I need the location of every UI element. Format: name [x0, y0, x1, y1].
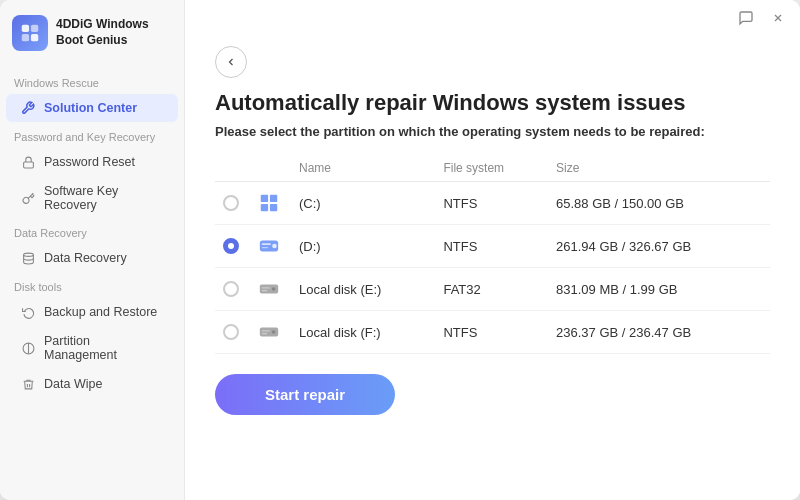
row-select[interactable]: [215, 311, 247, 354]
backup-icon: [20, 304, 36, 320]
row-size: 65.88 GB / 150.00 GB: [548, 182, 770, 225]
titlebar: [185, 0, 800, 36]
section-windows-rescue: Windows Rescue: [0, 69, 184, 93]
close-button[interactable]: [766, 6, 790, 30]
col-select: [215, 155, 247, 182]
page-subtitle: Please select the partition on which the…: [215, 124, 770, 139]
start-repair-button[interactable]: Start repair: [215, 374, 395, 415]
row-disk-icon: [247, 268, 291, 311]
table-row[interactable]: Local disk (E:) FAT32 831.09 MB / 1.99 G…: [215, 268, 770, 311]
row-size: 261.94 GB / 326.67 GB: [548, 225, 770, 268]
sidebar-item-data-recovery[interactable]: Data Recovery: [6, 244, 178, 272]
lock-icon: [20, 154, 36, 170]
svg-rect-3: [31, 34, 38, 41]
table-row[interactable]: Local disk (F:) NTFS 236.37 GB / 236.47 …: [215, 311, 770, 354]
row-select[interactable]: [215, 182, 247, 225]
content-area: Automatically repair Windows system issu…: [185, 36, 800, 500]
svg-rect-0: [22, 25, 29, 32]
radio-button[interactable]: [223, 324, 239, 340]
row-disk-icon: [247, 311, 291, 354]
sidebar-item-partition-management[interactable]: Partition Management: [6, 328, 178, 368]
logo-icon: [12, 15, 48, 51]
svg-point-15: [272, 244, 277, 249]
sidebar-item-label: Password Reset: [44, 155, 135, 169]
main-content: Automatically repair Windows system issu…: [185, 0, 800, 500]
sidebar-item-software-key-recovery[interactable]: Software Key Recovery: [6, 178, 178, 218]
row-disk-icon: [247, 225, 291, 268]
row-filesystem: NTFS: [435, 225, 548, 268]
back-button[interactable]: [215, 46, 247, 78]
svg-rect-20: [262, 287, 270, 288]
svg-rect-2: [22, 34, 29, 41]
sidebar-item-solution-center[interactable]: Solution Center: [6, 94, 178, 122]
section-password-recovery: Password and Key Recovery: [0, 123, 184, 147]
logo-text: 4DDiG Windows Boot Genius: [56, 17, 149, 48]
svg-rect-24: [262, 330, 270, 331]
sidebar-item-label: Solution Center: [44, 101, 137, 115]
sidebar-item-backup-restore[interactable]: Backup and Restore: [6, 298, 178, 326]
svg-rect-21: [262, 290, 268, 291]
row-filesystem: NTFS: [435, 182, 548, 225]
row-name: (D:): [291, 225, 435, 268]
app-logo: 4DDiG Windows Boot Genius: [0, 15, 184, 69]
row-disk-icon: [247, 182, 291, 225]
sidebar-item-label: Data Wipe: [44, 377, 102, 391]
row-filesystem: NTFS: [435, 311, 548, 354]
table-row[interactable]: (C:) NTFS 65.88 GB / 150.00 GB: [215, 182, 770, 225]
partition-icon: [20, 340, 36, 356]
table-row[interactable]: (D:) NTFS 261.94 GB / 326.67 GB: [215, 225, 770, 268]
svg-rect-25: [262, 333, 268, 334]
row-name: Local disk (F:): [291, 311, 435, 354]
col-filesystem: File system: [435, 155, 548, 182]
svg-rect-12: [261, 204, 268, 211]
section-disk-tools: Disk tools: [0, 273, 184, 297]
svg-rect-16: [262, 243, 271, 245]
col-name: Name: [291, 155, 435, 182]
svg-point-23: [272, 330, 276, 334]
app-window: 4DDiG Windows Boot Genius Windows Rescue…: [0, 0, 800, 500]
svg-rect-4: [23, 161, 33, 167]
row-size: 236.37 GB / 236.47 GB: [548, 311, 770, 354]
sidebar-item-label: Data Recovery: [44, 251, 127, 265]
svg-rect-1: [31, 25, 38, 32]
radio-button[interactable]: [223, 238, 239, 254]
page-title: Automatically repair Windows system issu…: [215, 90, 770, 116]
sidebar: 4DDiG Windows Boot Genius Windows Rescue…: [0, 0, 185, 500]
svg-point-5: [23, 253, 33, 256]
radio-button[interactable]: [223, 281, 239, 297]
section-data-recovery: Data Recovery: [0, 219, 184, 243]
key-icon: [20, 190, 36, 206]
svg-rect-11: [270, 195, 277, 202]
svg-rect-17: [262, 247, 268, 248]
row-size: 831.09 MB / 1.99 GB: [548, 268, 770, 311]
svg-rect-10: [261, 195, 268, 202]
row-select[interactable]: [215, 225, 247, 268]
data-icon: [20, 250, 36, 266]
wipe-icon: [20, 376, 36, 392]
col-size: Size: [548, 155, 770, 182]
sidebar-item-label: Software Key Recovery: [44, 184, 164, 212]
row-name: Local disk (E:): [291, 268, 435, 311]
partition-table: Name File system Size (C:) NTFS 65.88 GB…: [215, 155, 770, 354]
row-select[interactable]: [215, 268, 247, 311]
svg-rect-13: [270, 204, 277, 211]
sidebar-item-data-wipe[interactable]: Data Wipe: [6, 370, 178, 398]
sidebar-item-label: Partition Management: [44, 334, 164, 362]
radio-button[interactable]: [223, 195, 239, 211]
col-icon: [247, 155, 291, 182]
svg-point-19: [272, 287, 276, 291]
sidebar-item-password-reset[interactable]: Password Reset: [6, 148, 178, 176]
row-name: (C:): [291, 182, 435, 225]
wrench-icon: [20, 100, 36, 116]
sidebar-item-label: Backup and Restore: [44, 305, 157, 319]
row-filesystem: FAT32: [435, 268, 548, 311]
feedback-button[interactable]: [734, 6, 758, 30]
